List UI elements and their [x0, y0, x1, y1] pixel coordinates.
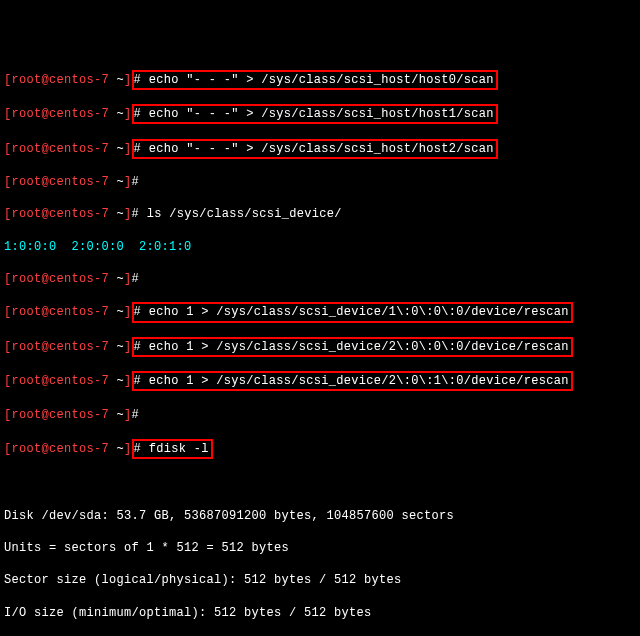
ls-output-2: 2:0:1:0	[139, 240, 192, 254]
ls-output-1: 2:0:0:0	[72, 240, 125, 254]
prompt-path: ~	[117, 73, 125, 87]
cmd-rescan1: echo 1 > /sys/class/scsi_device/2\:0\:0\…	[149, 340, 569, 354]
prompt-host: centos-7	[49, 73, 109, 87]
cmd-echo-scan1: echo "- - -" > /sys/class/scsi_host/host…	[149, 107, 494, 121]
ls-output-0: 1:0:0:0	[4, 240, 57, 254]
prompt-at: @	[42, 73, 50, 87]
cmd-ls: ls /sys/class/scsi_device/	[147, 207, 342, 221]
units-line: Units = sectors of 1 * 512 = 512 bytes	[4, 540, 638, 556]
cmd-echo-scan0: echo "- - -" > /sys/class/scsi_host/host…	[149, 73, 494, 87]
prompt-bracket-open: [	[4, 73, 12, 87]
cmd-rescan2: echo 1 > /sys/class/scsi_device/2\:0\:1\…	[149, 374, 569, 388]
io-line: I/O size (minimum/optimal): 512 bytes / …	[4, 605, 638, 621]
prompt-bracket-close: ]	[124, 73, 132, 87]
cmd-echo-scan2: echo "- - -" > /sys/class/scsi_host/host…	[149, 142, 494, 156]
cmd-rescan0: echo 1 > /sys/class/scsi_device/1\:0\:0\…	[149, 305, 569, 319]
sector-line: Sector size (logical/physical): 512 byte…	[4, 572, 638, 588]
prompt-user: root	[12, 73, 42, 87]
disk-sda-header: Disk /dev/sda: 53.7 GB, 53687091200 byte…	[4, 508, 638, 524]
cmd-fdisk: fdisk -l	[149, 442, 209, 456]
prompt-hash: #	[134, 73, 142, 87]
